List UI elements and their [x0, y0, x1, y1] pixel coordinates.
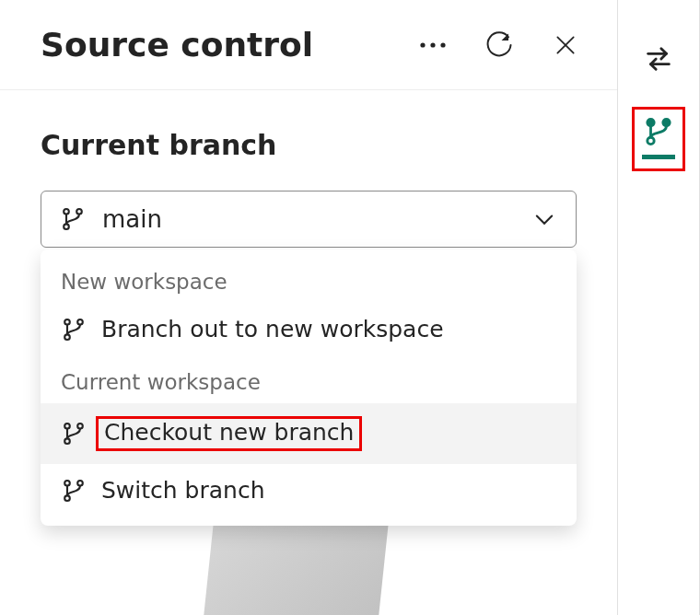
main-panel: Source control	[0, 0, 618, 615]
app-root: Source control	[0, 0, 700, 615]
menu-item-switch-branch[interactable]: Switch branch	[41, 464, 577, 516]
svg-point-7	[76, 209, 82, 215]
menu-item-checkout-new-branch[interactable]: Checkout new branch	[41, 403, 577, 464]
refresh-icon	[485, 31, 513, 59]
header-actions	[418, 30, 580, 60]
active-underline	[642, 155, 675, 159]
branch-icon	[61, 421, 87, 447]
svg-point-16	[77, 481, 83, 486]
svg-point-1	[430, 42, 435, 47]
svg-point-6	[64, 224, 69, 229]
rail-source-control-button[interactable]	[632, 107, 685, 171]
svg-point-13	[77, 424, 83, 429]
svg-point-12	[64, 438, 70, 444]
close-button[interactable]	[551, 30, 580, 60]
branch-icon	[60, 206, 86, 232]
branch-icon	[643, 116, 674, 147]
svg-point-14	[64, 481, 70, 486]
menu-group-label: Current workspace	[41, 355, 577, 403]
section-heading: Current branch	[41, 129, 577, 161]
menu-item-label: Checkout new branch	[96, 416, 362, 451]
svg-point-5	[64, 209, 69, 215]
refresh-button[interactable]	[484, 30, 514, 60]
branch-icon	[61, 317, 87, 342]
svg-point-20	[648, 137, 654, 144]
branch-dropdown: main New workspace Branch out to new wor…	[41, 191, 577, 248]
svg-point-19	[648, 119, 654, 125]
more-button[interactable]	[418, 30, 448, 60]
svg-point-10	[77, 319, 83, 325]
panel-title: Source control	[41, 26, 418, 64]
menu-item-label: Branch out to new workspace	[101, 316, 444, 342]
right-rail	[618, 0, 700, 615]
branch-icon	[61, 478, 87, 504]
svg-point-2	[440, 42, 445, 47]
chevron-down-icon	[531, 206, 557, 232]
ellipsis-icon	[419, 41, 447, 49]
panel-header: Source control	[0, 0, 617, 90]
menu-item-label: Switch branch	[101, 477, 265, 504]
svg-point-11	[64, 424, 70, 429]
menu-group-label: New workspace	[41, 255, 577, 303]
branch-dropdown-field[interactable]: main	[41, 191, 577, 248]
menu-item-branch-out[interactable]: Branch out to new workspace	[41, 303, 577, 355]
branch-dropdown-value: main	[102, 205, 515, 233]
svg-point-15	[64, 495, 70, 501]
close-icon	[554, 33, 578, 57]
branch-dropdown-menu: New workspace Branch out to new workspac…	[41, 249, 577, 526]
svg-point-8	[64, 319, 70, 325]
svg-point-0	[420, 42, 425, 47]
svg-point-21	[663, 119, 670, 125]
panel-content: Current branch main New workspace	[0, 90, 617, 248]
svg-point-9	[64, 334, 70, 340]
swap-arrows-icon	[643, 43, 674, 75]
rail-sync-button[interactable]	[636, 37, 681, 81]
